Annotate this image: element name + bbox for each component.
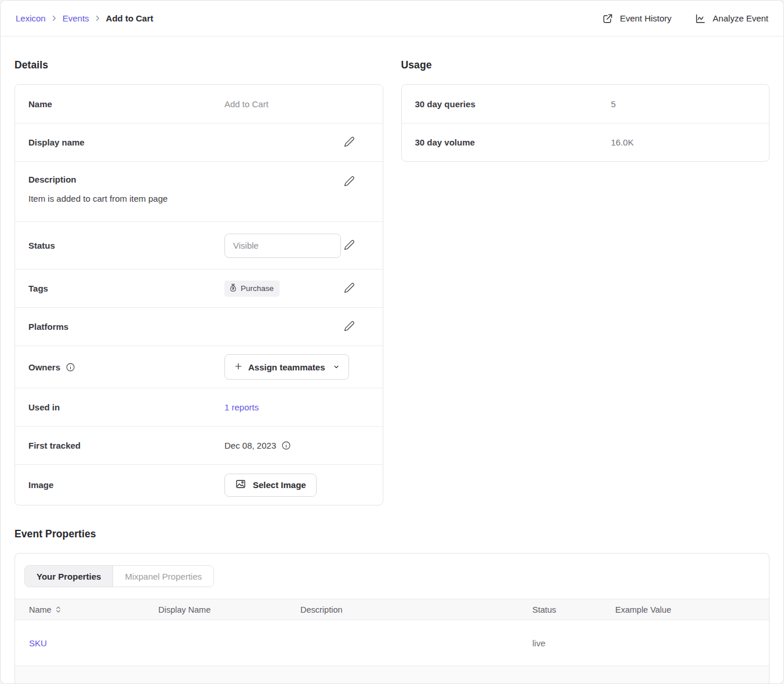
detail-row-used-in: Used in 1 reports [15,388,383,426]
first-tracked-info-icon[interactable] [281,441,291,450]
event-properties-card: Your Properties Mixpanel Properties Name… [14,553,770,684]
detail-row-first-tracked: First tracked Dec 08, 2023 [15,426,383,464]
volume-label: 30 day volume [415,137,611,147]
breadcrumb: Lexicon Events Add to Cart [16,13,153,23]
event-history-label: Event History [620,13,672,23]
plus-icon [234,362,243,373]
edit-tags-button[interactable] [343,281,356,296]
name-value: Add to Cart [224,99,356,109]
tab-your-properties[interactable]: Your Properties [25,566,113,587]
external-link-icon [602,13,614,24]
chevron-right-icon [95,15,101,21]
column-header-name[interactable]: Name [15,605,158,614]
tag-purchase[interactable]: Purchase [224,281,280,297]
detail-row-platforms: Platforms [15,307,383,345]
first-tracked-label: First tracked [28,441,224,450]
description-label: Description [28,174,224,184]
detail-row-display-name: Display name [15,123,383,161]
used-in-reports-link[interactable]: 1 reports [224,402,259,412]
detail-row-image: Image Select Image [15,464,383,505]
edit-description-button[interactable] [343,174,356,190]
pencil-icon [344,239,355,252]
image-icon [235,478,246,492]
event-properties-heading: Event Properties [14,528,770,540]
property-name-link[interactable]: SKU [29,638,47,648]
usage-card: 30 day queries 5 30 day volume 16.0K [401,84,770,162]
property-row-scroll[interactable]: Scroll % live [15,665,769,684]
event-history-button[interactable]: Event History [602,13,672,24]
chevron-right-icon [51,15,57,21]
pencil-icon [344,321,355,333]
top-bar: Lexicon Events Add to Cart Event History [1,1,783,37]
pencil-icon [344,136,355,149]
usage-row-queries: 30 day queries 5 [402,85,770,123]
name-label: Name [28,99,224,109]
owners-label: Owners [28,362,60,372]
queries-value: 5 [611,99,616,109]
usage-column: Usage 30 day queries 5 30 day volume 16.… [401,37,770,162]
edit-display-name-button[interactable] [343,135,356,150]
usage-row-volume: 30 day volume 16.0K [402,123,770,161]
detail-row-tags: Tags Purchase [15,269,383,307]
column-header-example-value: Example Value [615,605,769,614]
lexicon-event-detail-page: Lexicon Events Add to Cart Event History [0,0,784,684]
property-status: live [532,638,615,648]
status-input[interactable]: Visible [224,234,341,258]
tags-label: Tags [28,283,224,293]
detail-row-status: Status Visible [15,221,383,269]
chevron-down-icon [333,362,340,372]
analyze-event-label: Analyze Event [713,13,768,23]
queries-label: 30 day queries [415,99,611,109]
edit-status-button[interactable] [343,238,356,253]
tab-mixpanel-properties[interactable]: Mixpanel Properties [113,566,213,587]
image-label: Image [28,480,224,490]
breadcrumb-lexicon[interactable]: Lexicon [16,13,46,23]
usage-heading: Usage [401,59,770,71]
pencil-icon [344,176,355,188]
details-column: Details Name Add to Cart Display name [14,37,383,505]
status-label: Status [28,241,224,250]
column-name-label: Name [29,605,52,614]
assign-teammates-button[interactable]: Assign teammates [224,354,349,380]
properties-table-header: Name Display Name Description Status Exa… [15,599,769,620]
display-name-label: Display name [28,137,224,147]
property-row-sku[interactable]: SKU live [15,620,769,665]
assign-teammates-label: Assign teammates [248,362,325,372]
select-image-label: Select Image [253,480,306,490]
owners-info-icon[interactable] [66,362,75,372]
detail-row-description: Description Item is added to cart from i… [15,161,383,221]
column-header-status: Status [532,605,615,614]
pencil-icon [344,282,355,295]
event-properties-section: Event Properties Your Properties Mixpane… [14,528,770,684]
used-in-label: Used in [28,402,224,412]
header-actions: Event History Analyze Event [602,13,768,24]
column-header-description: Description [300,605,532,614]
details-heading: Details [14,59,383,71]
detail-row-name: Name Add to Cart [15,85,383,123]
volume-value: 16.0K [611,137,634,147]
money-bag-icon [229,283,237,294]
first-tracked-value: Dec 08, 2023 [224,441,276,450]
select-image-button[interactable]: Select Image [224,474,317,497]
edit-platforms-button[interactable] [343,319,356,334]
line-chart-icon [695,13,706,24]
sort-icon[interactable] [56,606,61,613]
properties-tabs: Your Properties Mixpanel Properties [24,565,214,587]
column-header-display-name: Display Name [158,605,300,614]
page-content: Details Name Add to Cart Display name [1,37,783,684]
analyze-event-button[interactable]: Analyze Event [695,13,768,24]
tag-label: Purchase [241,284,274,293]
breadcrumb-current-event: Add to Cart [106,13,154,23]
description-value: Item is added to cart from item page [28,194,356,203]
details-card: Name Add to Cart Display name [14,84,383,505]
platforms-label: Platforms [28,322,224,332]
breadcrumb-events[interactable]: Events [63,13,89,23]
detail-row-owners: Owners Assign teammates [15,345,383,388]
